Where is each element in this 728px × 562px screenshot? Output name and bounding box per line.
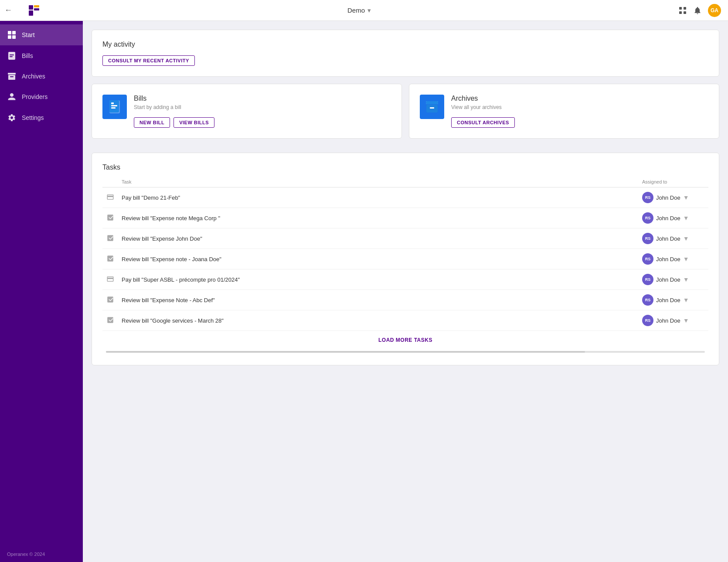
task-name: Review bill "Expense John Doe": [118, 228, 639, 249]
sidebar-item-start[interactable]: Start: [0, 24, 83, 45]
dropdown-arrow[interactable]: ▾: [367, 7, 371, 14]
assignee-name: John Doe: [656, 317, 680, 324]
consult-activity-button[interactable]: CONSULT MY RECENT ACTIVITY: [102, 55, 195, 66]
assignee-name: John Doe: [656, 297, 680, 303]
task-assigned-cell: RS John Doe ▼: [639, 208, 708, 228]
assignee-dropdown-button[interactable]: ▼: [681, 255, 691, 263]
bills-card-inner: Bills Start by adding a bill NEW BILL VI…: [102, 95, 391, 128]
task-icon-col-header: [102, 177, 118, 187]
svg-rect-9: [12, 31, 16, 34]
sidebar-footer: Operanex © 2024: [0, 546, 83, 562]
bills-archives-row: Bills Start by adding a bill NEW BILL VI…: [92, 84, 719, 146]
task-icon-cell: [102, 269, 118, 290]
task-name: Review bill "Expense Note - Abc Def": [118, 290, 639, 310]
assignee-dropdown-button[interactable]: ▼: [681, 214, 691, 222]
scrollbar-thumb: [106, 351, 585, 353]
topbar: ← Demo ▾ GA: [0, 0, 728, 21]
task-icon-cell: [102, 310, 118, 331]
task-name: Review bill "Expense note - Joana Doe": [118, 249, 639, 269]
my-activity-title: My activity: [102, 41, 708, 48]
gear-sidebar-icon: [7, 113, 17, 122]
svg-rect-2: [34, 8, 39, 10]
load-more-tasks-button[interactable]: LOAD MORE TASKS: [102, 331, 708, 349]
assignee-name: John Doe: [656, 215, 680, 221]
sidebar-item-label-providers: Providers: [22, 93, 48, 100]
archives-card-inner: Archives View all your archives CONSULT …: [420, 95, 708, 128]
grid-icon: [678, 6, 687, 15]
svg-rect-22: [111, 107, 116, 109]
task-assigned-cell: RS John Doe ▼: [639, 228, 708, 249]
assignee-dropdown-button[interactable]: ▼: [681, 275, 691, 284]
sidebar-item-bills[interactable]: Bills: [0, 45, 83, 66]
svg-rect-15: [8, 73, 16, 75]
assignee-avatar: RS: [642, 274, 653, 285]
table-row: Review bill "Expense note Mega Corp " RS…: [102, 208, 708, 228]
grid-sidebar-icon: [7, 31, 17, 39]
assignee-dropdown-button[interactable]: ▼: [681, 316, 691, 325]
table-row: Review bill "Expense Note - Abc Def" RS …: [102, 290, 708, 310]
svg-rect-8: [8, 31, 11, 34]
user-avatar-button[interactable]: GA: [708, 4, 721, 17]
assignee-avatar: RS: [642, 294, 653, 306]
assignee-dropdown-button[interactable]: ▼: [681, 296, 691, 304]
archives-icon: [420, 95, 444, 119]
view-bills-button[interactable]: VIEW BILLS: [173, 117, 214, 128]
assignee-dropdown-button[interactable]: ▼: [681, 234, 691, 243]
svg-rect-14: [10, 56, 13, 57]
sidebar-item-providers[interactable]: Providers: [0, 86, 83, 107]
svg-rect-7: [684, 11, 686, 14]
archives-section-title: Archives: [451, 95, 708, 102]
svg-rect-16: [8, 75, 15, 80]
apps-button[interactable]: [678, 6, 687, 15]
svg-rect-3: [29, 10, 33, 16]
bills-section-subtitle: Start by adding a bill: [134, 104, 391, 110]
bell-icon: [693, 6, 702, 15]
table-row: Review bill "Expense John Doe" RS John D…: [102, 228, 708, 249]
logo-icon: [28, 4, 40, 17]
archives-card: Archives View all your archives CONSULT …: [409, 84, 719, 139]
sidebar-item-label-settings: Settings: [22, 114, 44, 121]
scrollbar-track: [106, 351, 705, 353]
notifications-button[interactable]: [693, 6, 702, 15]
back-button[interactable]: ←: [4, 6, 12, 15]
task-name: Pay bill "Super ASBL - précompte pro 01/…: [118, 269, 639, 290]
svg-rect-5: [684, 7, 686, 10]
assignee-avatar: RS: [642, 212, 653, 224]
assigned-col-header: Assigned to: [639, 177, 708, 187]
task-assigned-cell: RS John Doe ▼: [639, 310, 708, 331]
topbar-right: GA: [678, 4, 721, 17]
task-name: Review bill "Google services - March 28": [118, 310, 639, 331]
svg-rect-0: [29, 5, 33, 10]
tasks-title: Tasks: [102, 163, 708, 171]
sidebar-item-settings[interactable]: Settings: [0, 107, 83, 128]
table-row: Review bill "Google services - March 28"…: [102, 310, 708, 331]
assignee-avatar: RS: [642, 192, 653, 203]
archives-info: Archives View all your archives CONSULT …: [451, 95, 708, 128]
task-col-header: Task: [118, 177, 639, 187]
sidebar: Start Bills Archives: [0, 21, 83, 562]
svg-rect-13: [10, 54, 14, 55]
sidebar-item-archives[interactable]: Archives: [0, 66, 83, 86]
app-logo: [28, 4, 40, 17]
main-content: My activity CONSULT MY RECENT ACTIVITY: [83, 21, 728, 562]
svg-rect-10: [8, 35, 11, 39]
assignee-avatar: RS: [642, 253, 653, 265]
bills-info: Bills Start by adding a bill NEW BILL VI…: [134, 95, 391, 128]
svg-rect-4: [679, 7, 682, 10]
table-row: Review bill "Expense note - Joana Doe" R…: [102, 249, 708, 269]
svg-rect-1: [34, 5, 39, 7]
assignee-avatar: RS: [642, 315, 653, 326]
task-assigned-cell: RS John Doe ▼: [639, 290, 708, 310]
assignee-dropdown-button[interactable]: ▼: [681, 193, 691, 202]
svg-rect-17: [10, 76, 14, 77]
layout: Start Bills Archives: [0, 21, 728, 562]
archives-section-subtitle: View all your archives: [451, 104, 708, 110]
svg-rect-25: [426, 101, 438, 104]
new-bill-button[interactable]: NEW BILL: [134, 117, 170, 128]
person-sidebar-icon: [7, 92, 17, 101]
bills-btn-row: NEW BILL VIEW BILLS: [134, 117, 391, 128]
task-assigned-cell: RS John Doe ▼: [639, 249, 708, 269]
task-assigned-cell: RS John Doe ▼: [639, 187, 708, 208]
svg-rect-28: [430, 107, 434, 109]
consult-archives-button[interactable]: CONSULT ARCHIVES: [451, 117, 515, 128]
